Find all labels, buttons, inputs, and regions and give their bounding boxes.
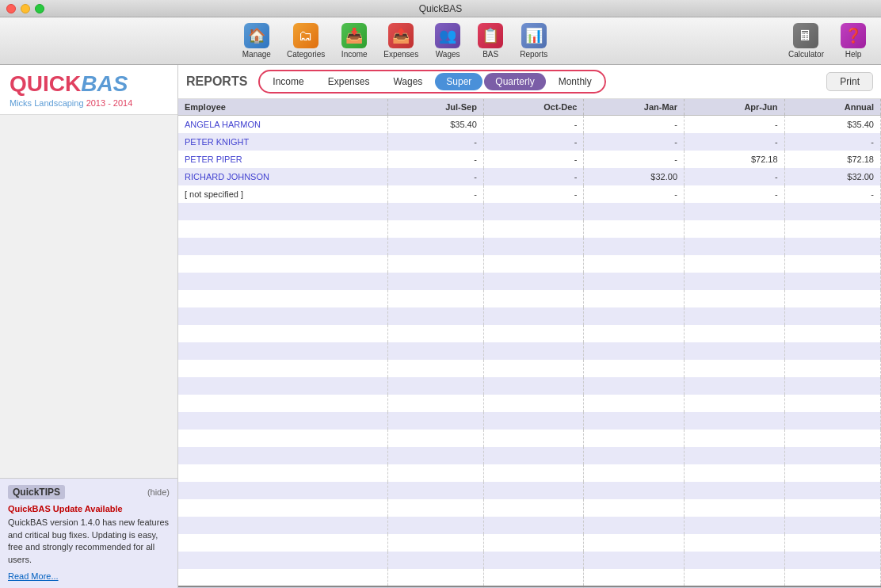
- read-more-link[interactable]: Read More...: [8, 571, 59, 581]
- quicktips-hide-button[interactable]: (hide): [147, 487, 170, 497]
- minimize-button[interactable]: [21, 4, 30, 13]
- cell-jan-mar: -: [584, 133, 685, 151]
- col-annual: Annual: [784, 99, 880, 116]
- cell-annual: $72.18: [784, 151, 880, 168]
- help-icon: ❓: [841, 23, 866, 48]
- cell-apr-jun: -: [685, 133, 785, 151]
- cell-employee: ANGELA HARMON: [178, 116, 387, 133]
- cell-jan-mar: -: [584, 151, 685, 168]
- cell-apr-jun: -: [685, 168, 785, 185]
- bas-icon: 📋: [478, 23, 503, 48]
- quicktips-header: QuickTIPS (hide): [8, 485, 170, 499]
- quicktips-panel: QuickTIPS (hide) QuickBAS Update Availab…: [0, 478, 177, 588]
- table-row: PETER PIPER - - - $72.18 $72.18: [178, 151, 881, 168]
- reports-title: REPORTS: [186, 74, 247, 89]
- reports-label: Reports: [520, 50, 547, 59]
- toolbar: 🏠 Manage 🗂 Categories 📥 Income 📤 Expense…: [0, 17, 881, 65]
- calculator-label: Calculator: [788, 50, 824, 59]
- toolbar-wages[interactable]: 👥 Wages: [428, 20, 467, 62]
- toolbar-icons: 🏠 Manage 🗂 Categories 📥 Income 📤 Expense…: [8, 20, 782, 62]
- cell-jan-mar: -: [584, 116, 685, 133]
- col-oct-dec: Oct-Dec: [483, 99, 584, 116]
- table-row: PETER KNIGHT - - - - -: [178, 133, 881, 151]
- wages-icon: 👥: [435, 23, 460, 48]
- maximize-button[interactable]: [35, 4, 44, 13]
- company-year-value: 2013 - 2014: [86, 98, 133, 108]
- income-label: Income: [341, 50, 368, 59]
- print-button[interactable]: Print: [826, 72, 873, 91]
- toolbar-right: 🖩 Calculator ❓ Help: [782, 20, 873, 62]
- cell-jul-sep: -: [387, 133, 483, 151]
- logo-bas: BAS: [81, 71, 128, 96]
- toolbar-income[interactable]: 📥 Income: [334, 20, 374, 62]
- table-row-empty: [178, 290, 881, 307]
- cell-oct-dec: -: [483, 151, 584, 168]
- tab-quarterly[interactable]: Quarterly: [484, 73, 545, 90]
- cell-apr-jun: -: [685, 185, 785, 203]
- cell-apr-jun: $72.18: [685, 151, 785, 168]
- tab-monthly[interactable]: Monthly: [547, 73, 603, 90]
- cell-employee: [ not specified ]: [178, 185, 387, 203]
- quicktips-title: QuickTIPS: [8, 485, 65, 499]
- help-label: Help: [845, 50, 862, 59]
- table-row-empty: [178, 220, 881, 238]
- table-row-empty: [178, 464, 881, 482]
- categories-label: Categories: [287, 50, 325, 59]
- table-row-empty: [178, 552, 881, 569]
- table-row-empty: [178, 255, 881, 273]
- cell-jul-sep: $35.40: [387, 116, 483, 133]
- cell-employee: RICHARD JOHNSON: [178, 168, 387, 185]
- right-content: REPORTS Income Expenses Wages Super Quar…: [178, 65, 881, 588]
- cell-oct-dec: -: [483, 168, 584, 185]
- table-row-empty: [178, 342, 881, 360]
- col-employee: Employee: [178, 99, 387, 116]
- reports-table: Employee Jul-Sep Oct-Dec Jan-Mar Apr-Jun…: [178, 99, 881, 588]
- cell-apr-jun: -: [685, 116, 785, 133]
- logo: QUICKBAS: [10, 73, 168, 95]
- toolbar-bas[interactable]: 📋 BAS: [471, 20, 510, 62]
- tab-super[interactable]: Super: [435, 73, 482, 90]
- traffic-lights: [6, 4, 44, 13]
- categories-icon: 🗂: [293, 23, 318, 48]
- manage-label: Manage: [242, 50, 271, 59]
- data-table: Employee Jul-Sep Oct-Dec Jan-Mar Apr-Jun…: [178, 99, 881, 588]
- table-row-empty: [178, 360, 881, 377]
- tab-wages[interactable]: Wages: [382, 73, 433, 90]
- col-jul-sep: Jul-Sep: [387, 99, 483, 116]
- cell-oct-dec: -: [483, 185, 584, 203]
- toolbar-manage[interactable]: 🏠 Manage: [236, 20, 277, 62]
- col-jan-mar: Jan-Mar: [584, 99, 685, 116]
- table-row: [ not specified ] - - - - -: [178, 185, 881, 203]
- close-button[interactable]: [6, 4, 16, 13]
- toolbar-expenses[interactable]: 📤 Expenses: [377, 20, 425, 62]
- cell-jul-sep: -: [387, 185, 483, 203]
- table-row-empty: [178, 325, 881, 342]
- toolbar-reports[interactable]: 📊 Reports: [513, 20, 554, 62]
- toolbar-help[interactable]: ❓ Help: [833, 20, 873, 62]
- cell-annual: -: [784, 185, 880, 203]
- cell-employee: PETER KNIGHT: [178, 133, 387, 151]
- table-row-empty: [178, 238, 881, 255]
- table-row-empty: [178, 430, 881, 447]
- wages-label: Wages: [436, 50, 460, 59]
- tab-expenses[interactable]: Expenses: [317, 73, 381, 90]
- calculator-icon: 🖩: [793, 23, 818, 48]
- cell-jul-sep: -: [387, 168, 483, 185]
- table-row-empty: [178, 534, 881, 552]
- logo-quick: QUICK: [10, 71, 81, 96]
- table-row-empty: [178, 482, 881, 499]
- toolbar-calculator[interactable]: 🖩 Calculator: [782, 20, 830, 62]
- cell-jan-mar: -: [584, 185, 685, 203]
- table-row-empty: [178, 412, 881, 430]
- expenses-label: Expenses: [383, 50, 418, 59]
- col-apr-jun: Apr-Jun: [685, 99, 785, 116]
- tab-income[interactable]: Income: [261, 73, 315, 90]
- quicktips-body: QuickBAS version 1.4.0 has new features …: [8, 517, 170, 566]
- table-row-empty: [178, 517, 881, 534]
- cell-jul-sep: -: [387, 151, 483, 168]
- table-row-empty: [178, 499, 881, 517]
- logo-area: QUICKBAS Micks Landscaping 2013 - 2014: [0, 65, 177, 115]
- reports-header: REPORTS Income Expenses Wages Super Quar…: [178, 65, 881, 99]
- toolbar-categories[interactable]: 🗂 Categories: [280, 20, 331, 62]
- company-info: Micks Landscaping 2013 - 2014: [10, 98, 168, 108]
